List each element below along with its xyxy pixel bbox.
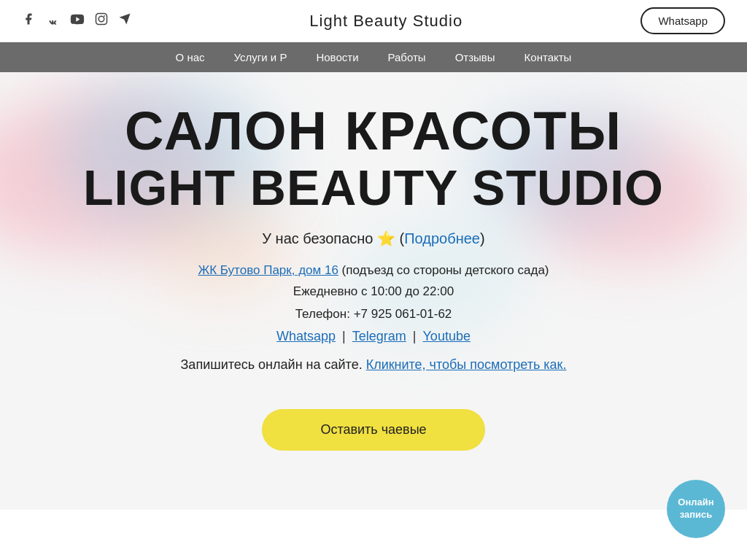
telegram-nav-icon[interactable] xyxy=(118,12,131,29)
hero-title: САЛОН КРАСОТЫ LIGHT BEAUTY STUDIO xyxy=(83,101,664,215)
hero-hours: Ежедневно с 10:00 до 22:00 xyxy=(293,284,454,298)
youtube-link[interactable]: Youtube xyxy=(423,329,471,343)
whatsapp-link[interactable]: Whatsapp xyxy=(276,329,336,343)
separator-1: | xyxy=(338,329,349,343)
tips-button[interactable]: Оставить чаевые xyxy=(262,409,484,451)
nav-item-news[interactable]: Новости xyxy=(316,51,358,63)
address-link[interactable]: ЖК Бутово Парк, дом 16 xyxy=(198,263,338,277)
details-link[interactable]: Подробнее xyxy=(404,230,480,246)
register-text: Запишитесь онлайн на сайте. xyxy=(181,357,366,372)
youtube-channel-icon[interactable] xyxy=(70,13,85,28)
nav-item-services[interactable]: Услуги и Р xyxy=(234,51,287,63)
facebook-icon[interactable] xyxy=(22,12,35,29)
top-bar: Light Beauty Studio Whatsapp xyxy=(0,0,747,42)
telegram-link[interactable]: Telegram xyxy=(352,329,406,343)
hero-address: ЖК Бутово Парк, дом 16 (подъезд со сторо… xyxy=(198,260,549,303)
svg-point-1 xyxy=(98,16,104,22)
vk-icon[interactable] xyxy=(45,13,60,28)
separator-2: | xyxy=(409,329,420,343)
svg-point-2 xyxy=(104,15,105,17)
hero-title-line2: LIGHT BEAUTY STUDIO xyxy=(83,160,664,215)
nav-bar: О нас Услуги и Р Новости Работы Отзывы К… xyxy=(0,42,747,72)
instagram-icon[interactable] xyxy=(95,12,108,29)
hero-subtitle: У нас безопасно ⭐ (Подробнее) xyxy=(262,230,484,247)
nav-item-works[interactable]: Работы xyxy=(388,51,426,63)
whatsapp-header-button[interactable]: Whatsapp xyxy=(640,7,725,34)
hero-social-links: Whatsapp | Telegram | Youtube xyxy=(276,329,471,344)
nav-item-about[interactable]: О нас xyxy=(176,51,205,63)
subtitle-close: ) xyxy=(480,230,485,246)
online-booking-button[interactable]: Онлайнзапись xyxy=(667,480,725,538)
hero-phone: Телефон: +7 925 061-01-62 xyxy=(295,307,452,322)
social-icons xyxy=(22,12,131,29)
hero-section: САЛОН КРАСОТЫ LIGHT BEAUTY STUDIO У нас … xyxy=(0,72,747,510)
site-title: Light Beauty Studio xyxy=(309,12,462,31)
nav-item-reviews[interactable]: Отзывы xyxy=(455,51,495,63)
nav-item-contacts[interactable]: Контакты xyxy=(525,51,572,63)
register-link[interactable]: Кликните, чтобы посмотреть как. xyxy=(366,357,567,372)
hero-register: Запишитесь онлайн на сайте. Кликните, чт… xyxy=(181,357,567,373)
subtitle-text: У нас безопасно ⭐ ( xyxy=(262,230,404,246)
svg-rect-0 xyxy=(96,14,107,25)
booking-label: Онлайнзапись xyxy=(678,497,713,521)
hero-title-line1: САЛОН КРАСОТЫ xyxy=(83,101,664,160)
address-suffix: (подъезд со стороны детского сада) xyxy=(338,263,549,277)
